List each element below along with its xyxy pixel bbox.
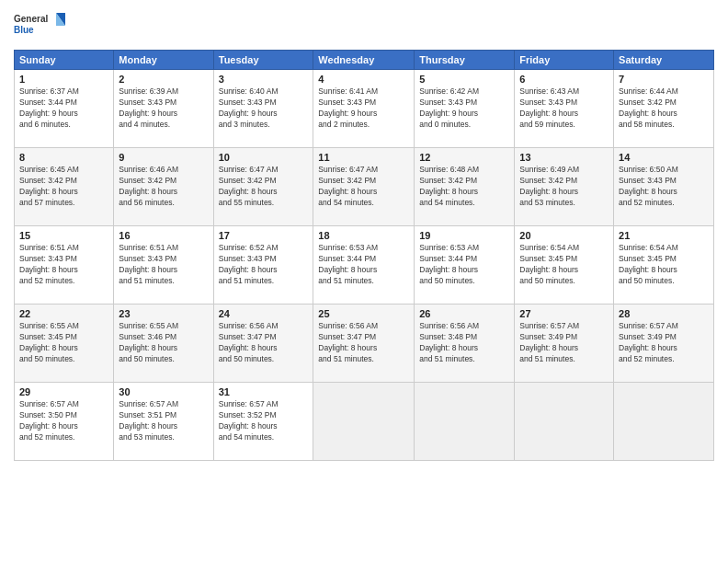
day-info: Sunrise: 6:56 AM Sunset: 3:48 PM Dayligh… bbox=[419, 321, 509, 365]
day-info: Sunrise: 6:55 AM Sunset: 3:45 PM Dayligh… bbox=[19, 321, 108, 365]
logo-svg: General Blue bbox=[14, 9, 69, 42]
day-info: Sunrise: 6:41 AM Sunset: 3:43 PM Dayligh… bbox=[318, 86, 409, 131]
day-cell: 28Sunrise: 6:57 AM Sunset: 3:49 PM Dayli… bbox=[614, 304, 714, 383]
day-cell: 31Sunrise: 6:57 AM Sunset: 3:52 PM Dayli… bbox=[213, 383, 313, 461]
header-row: SundayMondayTuesdayWednesdayThursdayFrid… bbox=[15, 51, 714, 70]
day-info: Sunrise: 6:40 AM Sunset: 3:43 PM Dayligh… bbox=[219, 86, 309, 131]
day-info: Sunrise: 6:45 AM Sunset: 3:42 PM Dayligh… bbox=[19, 165, 108, 209]
day-number: 18 bbox=[318, 230, 409, 241]
day-cell: 24Sunrise: 6:56 AM Sunset: 3:47 PM Dayli… bbox=[213, 304, 313, 383]
day-info: Sunrise: 6:51 AM Sunset: 3:43 PM Dayligh… bbox=[119, 243, 208, 287]
day-cell bbox=[415, 383, 515, 461]
week-row: 15Sunrise: 6:51 AM Sunset: 3:43 PM Dayli… bbox=[15, 226, 714, 304]
day-number: 6 bbox=[519, 74, 609, 85]
day-cell: 12Sunrise: 6:48 AM Sunset: 3:42 PM Dayli… bbox=[415, 148, 515, 226]
day-cell: 11Sunrise: 6:47 AM Sunset: 3:42 PM Dayli… bbox=[313, 148, 415, 226]
day-cell: 1Sunrise: 6:37 AM Sunset: 3:44 PM Daylig… bbox=[15, 70, 114, 148]
day-number: 26 bbox=[419, 308, 509, 319]
day-cell: 22Sunrise: 6:55 AM Sunset: 3:45 PM Dayli… bbox=[15, 304, 114, 383]
calendar-table: SundayMondayTuesdayWednesdayThursdayFrid… bbox=[14, 50, 714, 461]
header-day: Saturday bbox=[614, 51, 714, 70]
day-number: 12 bbox=[419, 152, 509, 163]
day-number: 17 bbox=[219, 230, 309, 241]
day-number: 20 bbox=[519, 230, 609, 241]
day-cell: 17Sunrise: 6:52 AM Sunset: 3:43 PM Dayli… bbox=[213, 226, 313, 304]
day-cell: 13Sunrise: 6:49 AM Sunset: 3:42 PM Dayli… bbox=[515, 148, 614, 226]
day-number: 19 bbox=[419, 230, 509, 241]
day-number: 2 bbox=[119, 74, 208, 85]
day-cell: 23Sunrise: 6:55 AM Sunset: 3:46 PM Dayli… bbox=[114, 304, 213, 383]
day-cell: 8Sunrise: 6:45 AM Sunset: 3:42 PM Daylig… bbox=[15, 148, 114, 226]
day-info: Sunrise: 6:54 AM Sunset: 3:45 PM Dayligh… bbox=[519, 243, 609, 287]
day-cell: 19Sunrise: 6:53 AM Sunset: 3:44 PM Dayli… bbox=[415, 226, 515, 304]
day-cell: 29Sunrise: 6:57 AM Sunset: 3:50 PM Dayli… bbox=[15, 383, 114, 461]
svg-text:Blue: Blue bbox=[14, 25, 34, 35]
day-info: Sunrise: 6:52 AM Sunset: 3:43 PM Dayligh… bbox=[219, 243, 309, 287]
day-number: 13 bbox=[519, 152, 609, 163]
day-number: 21 bbox=[619, 230, 709, 241]
header-day: Sunday bbox=[15, 51, 114, 70]
day-number: 15 bbox=[19, 230, 108, 241]
week-row: 22Sunrise: 6:55 AM Sunset: 3:45 PM Dayli… bbox=[15, 304, 714, 383]
day-info: Sunrise: 6:55 AM Sunset: 3:46 PM Dayligh… bbox=[119, 321, 208, 365]
day-info: Sunrise: 6:57 AM Sunset: 3:49 PM Dayligh… bbox=[619, 321, 709, 365]
header-day: Monday bbox=[114, 51, 213, 70]
day-number: 3 bbox=[219, 74, 309, 85]
day-info: Sunrise: 6:47 AM Sunset: 3:42 PM Dayligh… bbox=[219, 165, 309, 209]
day-number: 11 bbox=[318, 152, 409, 163]
day-cell: 3Sunrise: 6:40 AM Sunset: 3:43 PM Daylig… bbox=[213, 70, 313, 148]
day-cell: 27Sunrise: 6:57 AM Sunset: 3:49 PM Dayli… bbox=[515, 304, 614, 383]
day-number: 5 bbox=[419, 74, 509, 85]
day-info: Sunrise: 6:50 AM Sunset: 3:43 PM Dayligh… bbox=[619, 165, 709, 209]
day-cell: 5Sunrise: 6:42 AM Sunset: 3:43 PM Daylig… bbox=[415, 70, 515, 148]
week-row: 8Sunrise: 6:45 AM Sunset: 3:42 PM Daylig… bbox=[15, 148, 714, 226]
day-info: Sunrise: 6:42 AM Sunset: 3:43 PM Dayligh… bbox=[419, 86, 509, 131]
day-number: 27 bbox=[519, 308, 609, 319]
day-number: 8 bbox=[19, 152, 108, 163]
calendar-container: General Blue SundayMondayTuesdayWednesda… bbox=[0, 0, 728, 563]
day-cell: 18Sunrise: 6:53 AM Sunset: 3:44 PM Dayli… bbox=[313, 226, 415, 304]
day-cell: 7Sunrise: 6:44 AM Sunset: 3:42 PM Daylig… bbox=[614, 70, 714, 148]
day-info: Sunrise: 6:51 AM Sunset: 3:43 PM Dayligh… bbox=[19, 243, 108, 287]
day-info: Sunrise: 6:47 AM Sunset: 3:42 PM Dayligh… bbox=[318, 165, 409, 209]
day-number: 31 bbox=[219, 386, 309, 397]
day-number: 25 bbox=[318, 308, 409, 319]
day-cell: 26Sunrise: 6:56 AM Sunset: 3:48 PM Dayli… bbox=[415, 304, 515, 383]
header: General Blue bbox=[14, 9, 714, 42]
day-number: 16 bbox=[119, 230, 208, 241]
day-number: 7 bbox=[619, 74, 709, 85]
day-number: 1 bbox=[19, 74, 108, 85]
day-info: Sunrise: 6:44 AM Sunset: 3:42 PM Dayligh… bbox=[619, 86, 709, 131]
day-cell bbox=[313, 383, 415, 461]
day-cell: 25Sunrise: 6:56 AM Sunset: 3:47 PM Dayli… bbox=[313, 304, 415, 383]
day-cell: 15Sunrise: 6:51 AM Sunset: 3:43 PM Dayli… bbox=[15, 226, 114, 304]
day-number: 24 bbox=[219, 308, 309, 319]
logo: General Blue bbox=[14, 9, 69, 42]
day-info: Sunrise: 6:48 AM Sunset: 3:42 PM Dayligh… bbox=[419, 165, 509, 209]
day-info: Sunrise: 6:39 AM Sunset: 3:43 PM Dayligh… bbox=[119, 86, 208, 131]
day-info: Sunrise: 6:57 AM Sunset: 3:50 PM Dayligh… bbox=[19, 399, 108, 443]
header-day: Wednesday bbox=[313, 51, 415, 70]
svg-text:General: General bbox=[14, 14, 48, 24]
day-info: Sunrise: 6:37 AM Sunset: 3:44 PM Dayligh… bbox=[19, 86, 108, 131]
day-number: 14 bbox=[619, 152, 709, 163]
day-number: 22 bbox=[19, 308, 108, 319]
week-row: 1Sunrise: 6:37 AM Sunset: 3:44 PM Daylig… bbox=[15, 70, 714, 148]
day-number: 30 bbox=[119, 386, 208, 397]
day-cell: 21Sunrise: 6:54 AM Sunset: 3:45 PM Dayli… bbox=[614, 226, 714, 304]
day-number: 29 bbox=[19, 386, 108, 397]
day-cell: 6Sunrise: 6:43 AM Sunset: 3:43 PM Daylig… bbox=[515, 70, 614, 148]
day-number: 23 bbox=[119, 308, 208, 319]
header-day: Thursday bbox=[415, 51, 515, 70]
day-info: Sunrise: 6:57 AM Sunset: 3:51 PM Dayligh… bbox=[119, 399, 208, 443]
day-info: Sunrise: 6:56 AM Sunset: 3:47 PM Dayligh… bbox=[219, 321, 309, 365]
day-info: Sunrise: 6:54 AM Sunset: 3:45 PM Dayligh… bbox=[619, 243, 709, 287]
day-number: 10 bbox=[219, 152, 309, 163]
week-row: 29Sunrise: 6:57 AM Sunset: 3:50 PM Dayli… bbox=[15, 383, 714, 461]
day-number: 4 bbox=[318, 74, 409, 85]
day-cell: 9Sunrise: 6:46 AM Sunset: 3:42 PM Daylig… bbox=[114, 148, 213, 226]
day-info: Sunrise: 6:49 AM Sunset: 3:42 PM Dayligh… bbox=[519, 165, 609, 209]
day-cell bbox=[515, 383, 614, 461]
day-info: Sunrise: 6:53 AM Sunset: 3:44 PM Dayligh… bbox=[318, 243, 409, 287]
day-info: Sunrise: 6:46 AM Sunset: 3:42 PM Dayligh… bbox=[119, 165, 208, 209]
